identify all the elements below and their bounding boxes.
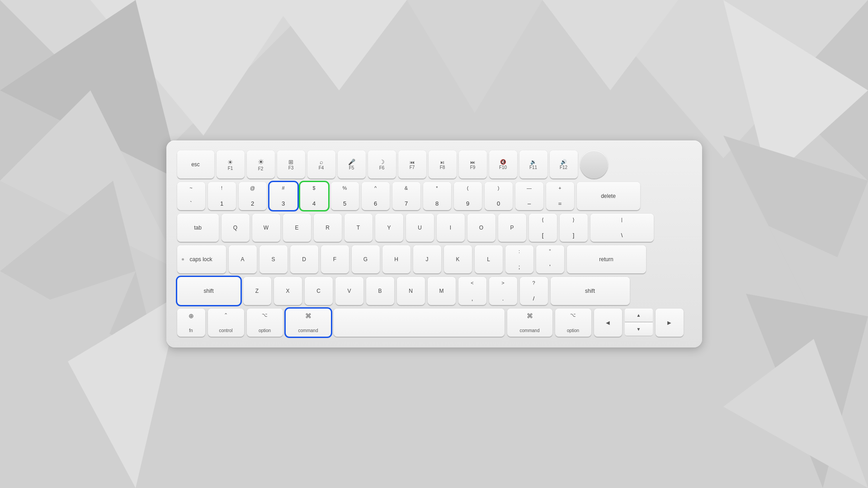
key-2[interactable]: @ 2 (239, 182, 267, 210)
key-option-left[interactable]: ⌥ option (247, 309, 283, 337)
row-qwerty: tab Q W E R T Y U I (177, 214, 691, 242)
key-f9[interactable]: ⏭ F9 (459, 150, 487, 178)
key-6[interactable]: ^ 6 (362, 182, 390, 210)
key-shift-right[interactable]: shift (551, 277, 630, 305)
key-q[interactable]: Q (222, 214, 250, 242)
key-1[interactable]: ! 1 (208, 182, 236, 210)
key-tab[interactable]: tab (177, 214, 219, 242)
row-number: ~ ` ! 1 @ 2 # 3 $ 4 % 5 (177, 182, 691, 210)
key-i[interactable]: I (437, 214, 465, 242)
key-f3[interactable]: ⊞ F3 (277, 150, 305, 178)
key-semicolon[interactable]: : ; (505, 245, 533, 273)
key-x[interactable]: X (274, 277, 302, 305)
key-j[interactable]: J (413, 245, 441, 273)
key-f11[interactable]: 🔉 F11 (519, 150, 547, 178)
key-return[interactable]: return (567, 245, 646, 273)
key-b[interactable]: B (366, 277, 394, 305)
key-r[interactable]: R (314, 214, 342, 242)
key-backtick[interactable]: ~ ` (177, 182, 205, 210)
key-minus[interactable]: — – (515, 182, 543, 210)
key-8[interactable]: * 8 (423, 182, 451, 210)
caps-lock-indicator (182, 258, 184, 261)
key-bracket-open[interactable]: { [ (529, 214, 557, 242)
key-7[interactable]: & 7 (392, 182, 420, 210)
key-command-right[interactable]: ⌘ command (507, 309, 552, 337)
key-e[interactable]: E (283, 214, 311, 242)
key-l[interactable]: L (475, 245, 503, 273)
key-slash[interactable]: ? / (520, 277, 548, 305)
key-control[interactable]: ⌃ control (208, 309, 244, 337)
key-fn[interactable]: ⊕ fn (177, 309, 205, 337)
row-bottom: ⊕ fn ⌃ control ⌥ option ⌘ command ⌘ comm… (177, 309, 691, 337)
key-bracket-close[interactable]: } ] (560, 214, 588, 242)
key-f7[interactable]: ⏮ F7 (398, 150, 426, 178)
key-arrow-right[interactable]: ► (656, 309, 684, 337)
key-shift-left[interactable]: shift (177, 277, 241, 305)
key-v[interactable]: V (335, 277, 363, 305)
key-s[interactable]: S (259, 245, 288, 273)
key-arrow-updown: ▲ ▼ (625, 309, 653, 337)
key-d[interactable]: D (290, 245, 318, 273)
key-9[interactable]: ( 9 (454, 182, 482, 210)
key-p[interactable]: P (498, 214, 526, 242)
key-f8[interactable]: ⏯ F8 (429, 150, 457, 178)
key-f5[interactable]: 🎤 F5 (338, 150, 366, 178)
key-a[interactable]: A (229, 245, 257, 273)
key-f10[interactable]: 🔇 F10 (489, 150, 517, 178)
row-function: esc ☀ F1 ☀ F2 ⊞ F3 ⌕ F4 🎤 F5 (177, 150, 691, 178)
keyboard-wrapper: esc ☀ F1 ☀ F2 ⊞ F3 ⌕ F4 🎤 F5 (166, 141, 702, 347)
key-f6[interactable]: ☽ F6 (368, 150, 396, 178)
key-arrow-left[interactable]: ◄ (594, 309, 622, 337)
row-zxcv: shift Z X C V B N M < (177, 277, 691, 305)
key-n[interactable]: N (397, 277, 425, 305)
key-m[interactable]: M (428, 277, 456, 305)
key-f2[interactable]: ☀ F2 (247, 150, 275, 178)
key-3[interactable]: # 3 (269, 182, 297, 210)
key-g[interactable]: G (352, 245, 380, 273)
key-t[interactable]: T (344, 214, 373, 242)
key-k[interactable]: K (444, 245, 472, 273)
key-power[interactable] (580, 150, 608, 178)
key-u[interactable]: U (406, 214, 434, 242)
key-h[interactable]: H (382, 245, 410, 273)
key-f[interactable]: F (321, 245, 349, 273)
key-option-right[interactable]: ⌥ option (555, 309, 591, 337)
key-4[interactable]: $ 4 (300, 182, 328, 210)
key-o[interactable]: O (467, 214, 495, 242)
key-5[interactable]: % 5 (331, 182, 359, 210)
key-f4[interactable]: ⌕ F4 (307, 150, 335, 178)
key-equals[interactable]: + = (546, 182, 574, 210)
key-f12[interactable]: 🔊 F12 (550, 150, 578, 178)
key-capslock[interactable]: caps lock (177, 245, 226, 273)
key-comma[interactable]: < , (458, 277, 486, 305)
key-space[interactable] (334, 309, 505, 337)
key-arrow-down[interactable]: ▼ (625, 323, 653, 336)
key-esc[interactable]: esc (177, 150, 214, 178)
key-y[interactable]: Y (375, 214, 403, 242)
key-arrow-up[interactable]: ▲ (625, 309, 653, 322)
keyboard: esc ☀ F1 ☀ F2 ⊞ F3 ⌕ F4 🎤 F5 (166, 141, 702, 347)
row-asdf: caps lock A S D F G H J (177, 245, 691, 273)
key-period[interactable]: > . (489, 277, 517, 305)
key-delete[interactable]: delete (577, 182, 640, 210)
key-w[interactable]: W (252, 214, 280, 242)
key-command-left[interactable]: ⌘ command (286, 309, 331, 337)
key-f1[interactable]: ☀ F1 (217, 150, 245, 178)
key-0[interactable]: ) 0 (485, 182, 513, 210)
key-apostrophe[interactable]: " ' (536, 245, 564, 273)
key-backslash[interactable]: | \ (590, 214, 654, 242)
key-c[interactable]: C (305, 277, 333, 305)
key-z[interactable]: Z (243, 277, 271, 305)
